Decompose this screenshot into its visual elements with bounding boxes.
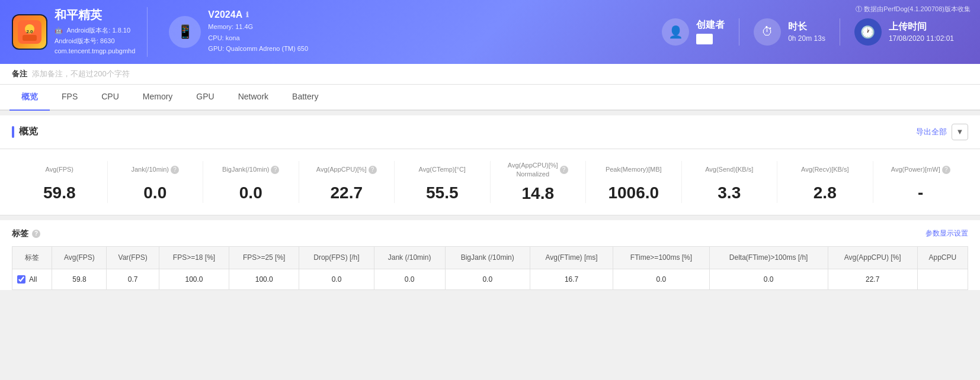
help-icon-3[interactable]: ?: [369, 166, 377, 174]
stat-value-5: 14.8: [497, 184, 580, 203]
col-header-label: 标签: [12, 246, 52, 269]
col-header-jank: Jank (/10min): [374, 246, 445, 269]
app-name: 和平精英: [55, 7, 135, 23]
col-header-ftime100: FTime>=100ms [%]: [613, 246, 709, 269]
device-icon: 📱: [169, 16, 201, 48]
labels-header: 标签 ? 参数显示设置: [12, 228, 968, 239]
svg-text:2.0: 2.0: [26, 29, 33, 34]
device-info-icon[interactable]: ℹ: [246, 11, 249, 19]
row-fps25: 100.0: [229, 269, 299, 289]
params-link[interactable]: 参数显示设置: [925, 228, 968, 239]
stat-label-0: Avg(FPS): [18, 161, 101, 179]
stat-value-7: 3.3: [688, 183, 771, 202]
upload-content: 上传时间 17/08/2020 11:02:01: [889, 21, 954, 43]
stat-value-8: 2.8: [783, 183, 867, 202]
tab-battery[interactable]: Battery: [280, 85, 330, 111]
stat-label-6: Peak(Memory)[MB]: [592, 161, 675, 179]
app-info: 2.0 和平精英 🤖 Android版本名: 1.8.10 Android版本号…: [12, 7, 148, 57]
android-icon: 🤖: [55, 27, 63, 34]
notes-label: 备注: [12, 69, 27, 79]
tab-fps[interactable]: FPS: [50, 85, 89, 111]
tab-overview[interactable]: 概览: [9, 85, 50, 111]
device-section: 📱 V2024A ℹ Memory: 11.4G CPU: kona GPU: …: [159, 9, 318, 54]
col-header-appcpu: Avg(AppCPU) [%]: [828, 246, 917, 269]
stat-label-5: Avg(AppCPU)[%]Normalized ?: [497, 161, 580, 179]
stat-label-3: Avg(AppCPU)[%] ?: [305, 161, 389, 179]
col-header-drop: Drop(FPS) [/h]: [299, 246, 374, 269]
stat-label-2: BigJank(/10min) ?: [209, 161, 293, 179]
row-bigjank: 0.0: [445, 269, 530, 289]
section-title: 概览: [12, 125, 38, 138]
creator-icon: 👤: [662, 18, 689, 46]
col-header-ftime: Avg(FTime) [ms]: [530, 246, 613, 269]
col-header-bigjank: BigJank (/10min): [445, 246, 530, 269]
stat-avg-fps: Avg(FPS) 59.8: [12, 161, 108, 203]
device-details: V2024A ℹ Memory: 11.4G CPU: kona GPU: Qu…: [208, 9, 308, 54]
row-fps18: 100.0: [159, 269, 229, 289]
stat-label-8: Avg(Recv)[KB/s]: [783, 161, 867, 179]
row-delta: 0.0: [709, 269, 828, 289]
stat-label-4: Avg(CTemp)[°C]: [401, 161, 484, 179]
help-icon-1[interactable]: ?: [171, 166, 179, 174]
col-header-delta: Delta(FTime)>100ms [/h]: [709, 246, 828, 269]
row-jank: 0.0: [374, 269, 445, 289]
table-wrapper: 标签 Avg(FPS) Var(FPS) FPS>=18 [%] FPS>=25…: [12, 246, 968, 290]
labels-title: 标签 ?: [12, 228, 40, 239]
stat-value-4: 55.5: [401, 183, 484, 202]
creator-content: 创建者: [696, 19, 725, 44]
tab-gpu[interactable]: GPU: [184, 85, 226, 111]
stat-label-7: Avg(Send)[KB/s]: [688, 161, 771, 179]
help-icon-9[interactable]: ?: [942, 166, 950, 174]
notes-placeholder[interactable]: 添加备注，不超过200个字符: [32, 69, 130, 79]
upload-icon: 🕐: [854, 18, 882, 46]
data-table: 标签 Avg(FPS) Var(FPS) FPS>=18 [%] FPS>=25…: [12, 246, 968, 290]
duration-stat: ⏱ 时长 0h 20m 13s: [739, 18, 840, 46]
stat-jank: Jank(/10min) ? 0.0: [108, 161, 204, 203]
help-icon-2[interactable]: ?: [271, 166, 279, 174]
device-spec: Memory: 11.4G CPU: kona GPU: Qualcomm Ad…: [208, 21, 308, 54]
col-header-fps25: FPS>=25 [%]: [229, 246, 299, 269]
stat-appcpu: Avg(AppCPU)[%] ? 22.7: [299, 161, 395, 203]
section-header: 概览 导出全部 ▼: [0, 115, 980, 149]
app-icon-inner: 2.0: [13, 15, 46, 49]
collapse-button[interactable]: ▼: [952, 124, 968, 140]
header: ① 数据由PerfDog(4.1.200708)版本收集 2.0 和平精英 🤖 …: [0, 0, 980, 64]
svg-rect-2: [23, 35, 37, 41]
stat-recv: Avg(Recv)[KB/s] 2.8: [777, 161, 873, 203]
creator-stat: 👤 创建者: [648, 18, 739, 46]
row-avg-fps: 59.8: [52, 269, 107, 289]
row-drop: 0.0: [299, 269, 374, 289]
tab-memory[interactable]: Memory: [131, 85, 185, 111]
help-icon-5[interactable]: ?: [560, 166, 568, 174]
app-meta: 🤖 Android版本名: 1.8.10 Android版本号: 8630 co…: [55, 25, 135, 57]
stat-power: Avg(Power)[mW] ? -: [873, 161, 969, 203]
col-header-appcpu2: AppCPU: [917, 246, 968, 269]
tab-network[interactable]: Network: [226, 85, 280, 111]
creator-avatar: [696, 34, 713, 44]
table-row: All 59.8 0.7 100.0 100.0 0.0 0.0 0.0 16.…: [12, 269, 968, 289]
duration-icon: ⏱: [754, 18, 781, 46]
labels-section: 标签 ? 参数显示设置 标签 Avg(FPS) Var(FPS) FPS>=18…: [0, 220, 980, 290]
col-header-avg-fps: Avg(FPS): [52, 246, 107, 269]
stat-ctemp: Avg(CTemp)[°C] 55.5: [395, 161, 491, 203]
nav-tabs: 概览 FPS CPU Memory GPU Network Battery: [0, 85, 980, 111]
col-header-var-fps: Var(FPS): [107, 246, 159, 269]
stat-value-3: 22.7: [305, 183, 389, 202]
info-badge: ① 数据由PerfDog(4.1.200708)版本收集: [856, 5, 971, 14]
app-details: 和平精英 🤖 Android版本名: 1.8.10 Android版本号: 86…: [55, 7, 135, 57]
upload-stat: 🕐 上传时间 17/08/2020 11:02:01: [840, 18, 968, 46]
device-version: V2024A ℹ: [208, 9, 308, 20]
row-tag-name: All: [29, 275, 37, 284]
stat-value-6: 1006.0: [592, 183, 675, 202]
table-header-row: 标签 Avg(FPS) Var(FPS) FPS>=18 [%] FPS>=25…: [12, 246, 968, 269]
export-button[interactable]: 导出全部: [916, 127, 947, 137]
row-checkbox[interactable]: [17, 275, 25, 284]
row-label-cell: All: [12, 269, 52, 289]
notes-bar: 备注 添加备注，不超过200个字符: [0, 64, 980, 85]
checkbox-cell: All: [17, 275, 47, 284]
header-stats: 👤 创建者 ⏱ 时长 0h 20m 13s 🕐 上传时间 17/08/2020 …: [648, 18, 968, 46]
tab-cpu[interactable]: CPU: [89, 85, 131, 111]
stat-memory: Peak(Memory)[MB] 1006.0: [586, 161, 682, 203]
section-actions: 导出全部 ▼: [916, 124, 968, 140]
labels-help-icon[interactable]: ?: [32, 230, 40, 238]
